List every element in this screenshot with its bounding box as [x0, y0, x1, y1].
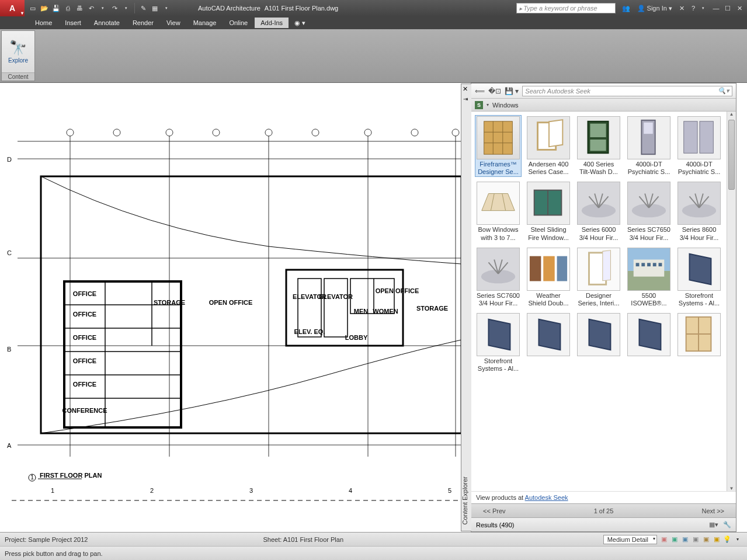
panel-grid: Fireframes™Designer Se... Andersen 400Se…: [471, 112, 736, 491]
tray-icon-6[interactable]: ▣: [712, 535, 721, 544]
maximize-icon[interactable]: ☐: [722, 5, 733, 12]
infocenter-icon[interactable]: 👥: [620, 5, 632, 12]
tray-icon-2[interactable]: ▣: [670, 535, 679, 544]
qat-drop-icon[interactable]: ▾: [162, 4, 171, 13]
panel-link-bar: View products at Autodesk Seek: [471, 491, 736, 503]
menu-plugin-icon[interactable]: ◉ ▾: [290, 18, 310, 29]
svg-text:B: B: [7, 346, 11, 353]
svg-text:D: D: [7, 156, 12, 163]
close-icon[interactable]: ✕: [734, 5, 745, 12]
undo-drop-icon[interactable]: ▾: [98, 4, 107, 13]
titlebar: A ▭ 📂 💾 ⎙ 🖶 ↶ ▾ ↷ ▾ ✎ ▦ ▾ AutoCAD Archit…: [0, 0, 747, 16]
saveas-icon[interactable]: ⎙: [63, 4, 72, 13]
svg-text:4: 4: [349, 487, 352, 494]
layer-icon[interactable]: ▦: [150, 4, 159, 13]
undo-icon[interactable]: ↶: [86, 4, 96, 13]
thumbnail: [627, 182, 670, 225]
panel-pin-icon[interactable]: ⇥: [463, 96, 468, 102]
redo-drop-icon[interactable]: ▾: [121, 4, 131, 13]
help-search-input[interactable]: ▸ Type a keyword or phrase: [516, 3, 616, 13]
thumbnail: [477, 313, 520, 356]
thumbnail: [627, 313, 670, 356]
scroll-down-icon[interactable]: ▼: [727, 486, 736, 491]
app-logo[interactable]: A: [0, 0, 25, 16]
signin-button[interactable]: 👤 Sign In ▾: [635, 5, 674, 12]
thumbnail: [477, 248, 520, 291]
tray-icon-3[interactable]: ▣: [680, 535, 690, 544]
grid-item[interactable]: StorefrontSystems - Al...: [475, 312, 522, 374]
grid-item[interactable]: Series 60003/4 Hour Fir...: [575, 180, 622, 242]
grid-item[interactable]: StorefrontSystems - Al...: [676, 246, 722, 308]
tray-icon-7[interactable]: 💡: [722, 535, 732, 544]
breadcrumb-drop-icon[interactable]: ▾: [487, 102, 489, 107]
grid-label: Series SC76503/4 Hour Fir...: [626, 226, 672, 241]
save-search-icon[interactable]: 💾 ▾: [505, 87, 519, 95]
panel-scrollbar[interactable]: ▲ ▼: [727, 112, 736, 491]
grid-item[interactable]: Series 86003/4 Hour Fir...: [676, 180, 722, 242]
grid-item[interactable]: [676, 312, 722, 374]
print-icon[interactable]: 🖶: [75, 4, 84, 13]
panel-close-icon[interactable]: ✕: [463, 85, 468, 93]
thumbnail: [527, 182, 570, 225]
menu-view[interactable]: View: [161, 18, 186, 28]
help-drop-icon[interactable]: ▾: [700, 6, 706, 11]
grid-item[interactable]: WeatherShield Doub...: [525, 246, 572, 308]
tray-drop-icon[interactable]: ▾: [733, 535, 742, 544]
thumbnail: [527, 116, 570, 159]
thumbnail: [627, 116, 670, 159]
grid-item[interactable]: 400 SeriesTilt-Wash D...: [575, 115, 622, 177]
scroll-thumb[interactable]: [728, 120, 735, 190]
grid-label: 4000i-DTPsychiatric S...: [676, 161, 722, 176]
detail-level-combo[interactable]: Medium Detail: [603, 535, 657, 544]
next-button[interactable]: Next >>: [701, 507, 724, 514]
tray-icon-1[interactable]: ▣: [659, 535, 669, 544]
svg-text:OFFICE: OFFICE: [73, 334, 96, 341]
grid-item[interactable]: [575, 312, 622, 374]
home-icon[interactable]: �⊡: [488, 87, 501, 95]
menu-manage[interactable]: Manage: [187, 18, 223, 28]
grid-item[interactable]: Fireframes™Designer Se...: [475, 115, 522, 177]
menu-home[interactable]: Home: [29, 18, 58, 28]
tray-icon-4[interactable]: ▣: [691, 535, 700, 544]
redo-icon[interactable]: ↷: [110, 4, 119, 13]
menu-annotate[interactable]: Annotate: [88, 18, 126, 28]
back-icon[interactable]: ⟸: [475, 87, 485, 95]
grid-item[interactable]: Steel SlidingFire Window...: [525, 180, 572, 242]
help-icon[interactable]: ?: [690, 5, 697, 12]
svg-text:FIRST FLOOR PLAN: FIRST FLOOR PLAN: [40, 472, 102, 479]
minimize-icon[interactable]: —: [711, 5, 721, 12]
save-icon[interactable]: 💾: [51, 4, 61, 13]
menu-insert[interactable]: Insert: [59, 18, 87, 28]
prev-button[interactable]: << Prev: [483, 507, 506, 514]
grid-item[interactable]: Series SC76503/4 Hour Fir...: [626, 180, 672, 242]
new-icon[interactable]: ▭: [28, 4, 37, 13]
match-icon[interactable]: ✎: [138, 4, 148, 13]
svg-point-31: [411, 129, 418, 136]
breadcrumb-text[interactable]: Windows: [492, 102, 519, 109]
ribbon-panel-title: Content: [2, 72, 34, 81]
grid-item[interactable]: 4000i-DTPsychiatric S...: [676, 115, 722, 177]
explore-button[interactable]: 🔭 Explore: [2, 31, 34, 72]
grid-item[interactable]: 5500ISOWEB®...: [626, 246, 672, 308]
autodesk-seek-link[interactable]: Autodesk Seek: [525, 494, 568, 501]
grid-item[interactable]: 4000i-DTPsychiatric S...: [626, 115, 672, 177]
grid-item[interactable]: Bow Windowswith 3 to 7...: [475, 180, 522, 242]
seek-search-input[interactable]: Search Autodesk Seek 🔍▾: [522, 86, 732, 96]
settings-icon[interactable]: 🔧: [723, 521, 731, 528]
grid-item[interactable]: DesignerSeries, Interi...: [575, 246, 622, 308]
exchange-icon[interactable]: ✕: [677, 5, 686, 12]
menu-add-ins[interactable]: Add-Ins: [255, 18, 289, 28]
seek-icon[interactable]: S: [475, 101, 483, 109]
grid-item[interactable]: [626, 312, 672, 374]
grid-item[interactable]: [525, 312, 572, 374]
scroll-up-icon[interactable]: ▲: [727, 112, 736, 117]
svg-text:2: 2: [150, 487, 154, 494]
grid-item[interactable]: Andersen 400Series Case...: [525, 115, 572, 177]
tray-icon-5[interactable]: ▣: [701, 535, 711, 544]
menu-render[interactable]: Render: [127, 18, 159, 28]
search-icon[interactable]: 🔍▾: [718, 87, 729, 95]
view-mode-icon[interactable]: ▦▾: [709, 521, 718, 528]
grid-item[interactable]: Series SC76003/4 Hour Fir...: [475, 246, 522, 308]
open-icon[interactable]: 📂: [40, 4, 49, 13]
menu-online[interactable]: Online: [223, 18, 253, 28]
